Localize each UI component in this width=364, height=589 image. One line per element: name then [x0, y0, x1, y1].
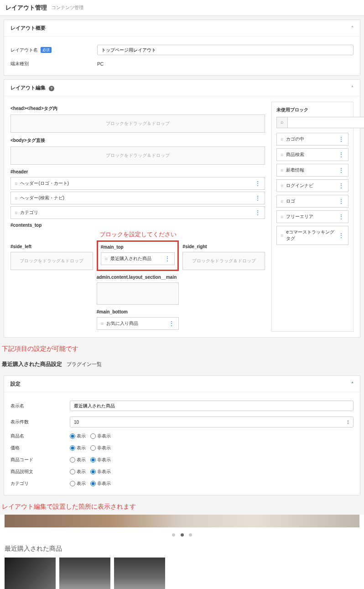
page-title: レイアウト管理 — [5, 4, 47, 12]
setting-label: 商品説明文 — [10, 469, 33, 475]
kebab-icon[interactable]: ⋮ — [168, 322, 175, 325]
kebab-icon[interactable]: ⋮ — [338, 137, 344, 141]
side-right-dropzone[interactable]: ブロックをドラッグ＆ドロップ — [182, 252, 265, 270]
unused-block-item[interactable]: ≡ログインナビ⋮ — [276, 179, 348, 192]
grip-icon[interactable]: ≡ — [281, 198, 282, 204]
block-item[interactable]: ≡ 最近購入された商品 ⋮ — [101, 252, 175, 265]
radio-input[interactable] — [90, 433, 96, 439]
kebab-icon[interactable]: ⋮ — [338, 215, 344, 219]
radio-hide[interactable]: 非表示 — [90, 433, 111, 439]
main-bottom-label: #main_bottom — [97, 309, 179, 314]
kebab-icon[interactable]: ⋮ — [255, 182, 261, 185]
recent-purchased-title: 最近購入された商品 — [5, 542, 359, 558]
panel-header-overview[interactable]: レイアウト概要 ˄ — [4, 20, 360, 36]
main-top-label: #main_top — [101, 245, 175, 250]
panel-header-settings[interactable]: 設定 ˄ — [4, 376, 360, 392]
main-col: #main_top ≡ 最近購入された商品 ⋮ admin.content.la… — [97, 240, 179, 332]
radio-input[interactable] — [90, 481, 96, 486]
kebab-icon[interactable]: ⋮ — [255, 196, 261, 200]
block-item[interactable]: ≡ヘッダー(ロゴ・カート)⋮ — [10, 177, 265, 190]
radio-input[interactable] — [70, 457, 75, 463]
body-dropzone[interactable]: ブロックをドラッグ＆ドロップ — [10, 146, 265, 165]
kebab-icon[interactable]: ⋮ — [338, 184, 344, 188]
setting-label: 価格 — [10, 445, 20, 451]
unused-block-item[interactable]: ≡カゴの中⋮ — [276, 133, 348, 146]
kebab-icon[interactable]: ⋮ — [338, 234, 344, 237]
slider-dot[interactable] — [172, 533, 175, 537]
block-item[interactable]: ≡ お気に入り商品 ⋮ — [97, 317, 179, 330]
panel-header-editor[interactable]: レイアウト編集 ? ˄ — [4, 80, 360, 96]
radio-show[interactable]: 表示 — [70, 433, 86, 439]
kebab-icon[interactable]: ⋮ — [255, 211, 261, 214]
product-card[interactable]: ディナーフォーク￥5,400 〜 ￥118,800fork-01 〜 fork-… — [5, 558, 56, 589]
help-icon[interactable]: ? — [49, 86, 54, 91]
unused-block-item[interactable]: ≡商品検索⋮ — [276, 148, 348, 161]
radio-input[interactable] — [70, 445, 75, 451]
grip-icon[interactable]: ≡ — [15, 181, 16, 186]
product-card[interactable]: パーコレーター￥3,024cafe-01 — [59, 558, 110, 589]
radio-input[interactable] — [90, 469, 96, 474]
panel-title: レイアウト概要 — [10, 25, 46, 31]
main-dropzone[interactable] — [97, 282, 179, 305]
search-icon[interactable]: ⌕ — [276, 117, 288, 128]
block-item[interactable]: ≡ヘッダー(検索・ナビ)⋮ — [10, 192, 265, 204]
breadcrumb: コンテンツ管理 — [52, 5, 83, 11]
radio-input[interactable] — [70, 481, 75, 486]
radio-input[interactable] — [90, 457, 96, 463]
unused-block-item[interactable]: ≡ロゴ⋮ — [276, 195, 348, 208]
kebab-icon[interactable]: ⋮ — [338, 153, 344, 156]
layout-name-input[interactable] — [97, 45, 354, 55]
side-left-dropzone[interactable]: ブロックをドラッグ＆ドロップ — [10, 252, 93, 270]
grip-icon[interactable]: ≡ — [281, 152, 282, 157]
grip-icon[interactable]: ≡ — [15, 195, 16, 201]
unused-block-item[interactable]: ≡フリーエリア⋮ — [276, 210, 348, 223]
radio-show[interactable]: 表示 — [70, 480, 86, 487]
radio-input[interactable] — [70, 469, 75, 474]
radio-hide[interactable]: 非表示 — [90, 445, 111, 451]
unused-search: ⌕ — [276, 117, 348, 128]
slider-dot-active[interactable] — [181, 533, 184, 537]
front-preview: 最近購入された商品 ディナーフォーク￥5,400 〜 ￥118,800fork-… — [0, 515, 364, 589]
radio-input[interactable] — [70, 433, 75, 439]
kebab-icon[interactable]: ⋮ — [164, 257, 171, 261]
kebab-icon[interactable]: ⋮ — [338, 168, 344, 172]
unused-blocks-panel: 未使用ブロック ⌕ ≡カゴの中⋮≡商品検索⋮≡新着情報⋮≡ログインナビ⋮≡ロゴ⋮… — [271, 102, 354, 332]
setting-label: 商品名 — [10, 433, 24, 439]
head-dropzone[interactable]: ブロックをドラッグ＆ドロップ — [10, 115, 265, 133]
radio-show[interactable]: 表示 — [70, 457, 86, 463]
block-label: ヘッダー(ロゴ・カート) — [20, 180, 69, 187]
setting-row: 価格表示非表示 — [10, 442, 354, 454]
radio-show[interactable]: 表示 — [70, 445, 86, 451]
radio-input[interactable] — [90, 445, 96, 451]
settings-panel: 設定 ˄ 表示名 表示件数 10 ▲▼ 商品名表示非表示価格表示非表示商品コード… — [4, 375, 360, 495]
grip-icon[interactable]: ≡ — [281, 214, 282, 219]
editor-canvas: <head></head>タグ内 ブロックをドラッグ＆ドロップ <body>タグ… — [10, 102, 265, 332]
grip-icon[interactable]: ≡ — [101, 321, 103, 326]
grip-icon[interactable]: ≡ — [281, 167, 282, 173]
layout-editor-panel: レイアウト編集 ? ˄ <head></head>タグ内 ブロックをドラッグ＆ド… — [4, 79, 360, 338]
block-label: フリーエリア — [286, 214, 313, 220]
display-note: レイアウト編集で設置した箇所に表示されます — [0, 499, 364, 515]
step-down-icon[interactable]: ▼ — [347, 422, 349, 425]
grip-icon[interactable]: ≡ — [105, 256, 107, 261]
grip-icon[interactable]: ≡ — [15, 210, 16, 215]
main-top-highlight: #main_top ≡ 最近購入された商品 ⋮ — [97, 240, 179, 271]
grip-icon[interactable]: ≡ — [281, 183, 282, 188]
radio-show[interactable]: 表示 — [70, 469, 86, 475]
display-name-input[interactable] — [70, 401, 354, 411]
slider-dot[interactable] — [189, 533, 192, 537]
setting-label: 商品コード — [10, 457, 33, 463]
kebab-icon[interactable]: ⋮ — [338, 199, 344, 203]
unused-search-input[interactable] — [288, 117, 364, 128]
radio-hide[interactable]: 非表示 — [90, 480, 111, 487]
count-stepper[interactable]: 10 ▲▼ — [70, 417, 354, 427]
grip-icon[interactable]: ≡ — [281, 136, 282, 142]
grip-icon[interactable]: ≡ — [281, 233, 282, 238]
layout-overview-panel: レイアウト概要 ˄ レイアウト名 必須 端末種別 PC — [4, 20, 360, 76]
product-card[interactable]: パーコレーター￥3,240 〜 ￥7,560 — [114, 558, 165, 589]
radio-hide[interactable]: 非表示 — [90, 457, 111, 463]
unused-block-item[interactable]: ≡新着情報⋮ — [276, 164, 348, 177]
block-item[interactable]: ≡カテゴリ⋮ — [10, 206, 265, 219]
unused-block-item[interactable]: ≡eコマーストラッキングタグ⋮ — [276, 226, 348, 245]
radio-hide[interactable]: 非表示 — [90, 469, 111, 475]
